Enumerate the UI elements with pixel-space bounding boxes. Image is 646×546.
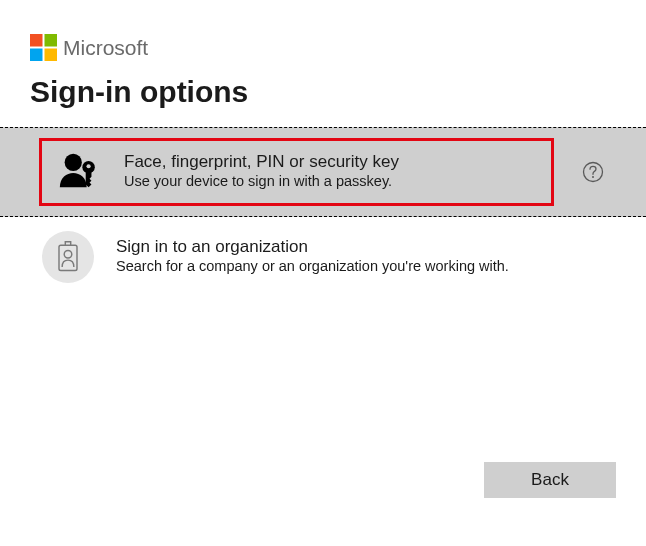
option-passkey[interactable]: Face, fingerprint, PIN or security key U… [0,127,646,217]
svg-rect-3 [45,49,58,62]
option-organization[interactable]: Sign in to an organization Search for a … [0,217,646,297]
page-title: Sign-in options [30,75,616,109]
option-organization-desc: Search for a company or an organization … [116,257,604,277]
option-passkey-title: Face, fingerprint, PIN or security key [124,152,537,172]
svg-point-10 [64,251,72,259]
option-organization-text: Sign in to an organization Search for a … [116,237,604,277]
svg-point-6 [86,164,90,168]
option-passkey-desc: Use your device to sign in with a passke… [124,172,537,192]
option-passkey-text: Face, fingerprint, PIN or security key U… [124,152,537,192]
option-organization-title: Sign in to an organization [116,237,604,257]
svg-rect-1 [45,34,58,47]
svg-point-4 [65,154,82,171]
back-button[interactable]: Back [484,462,616,498]
svg-rect-2 [30,49,43,62]
svg-rect-0 [30,34,43,47]
brand-row: Microsoft [30,34,616,61]
highlight-frame: Face, fingerprint, PIN or security key U… [39,138,554,206]
microsoft-logo-icon [30,34,57,61]
passkey-icon [56,149,102,195]
brand-name: Microsoft [63,36,148,60]
svg-point-8 [592,176,594,178]
organization-badge-icon [42,231,94,283]
help-icon[interactable] [582,161,604,183]
